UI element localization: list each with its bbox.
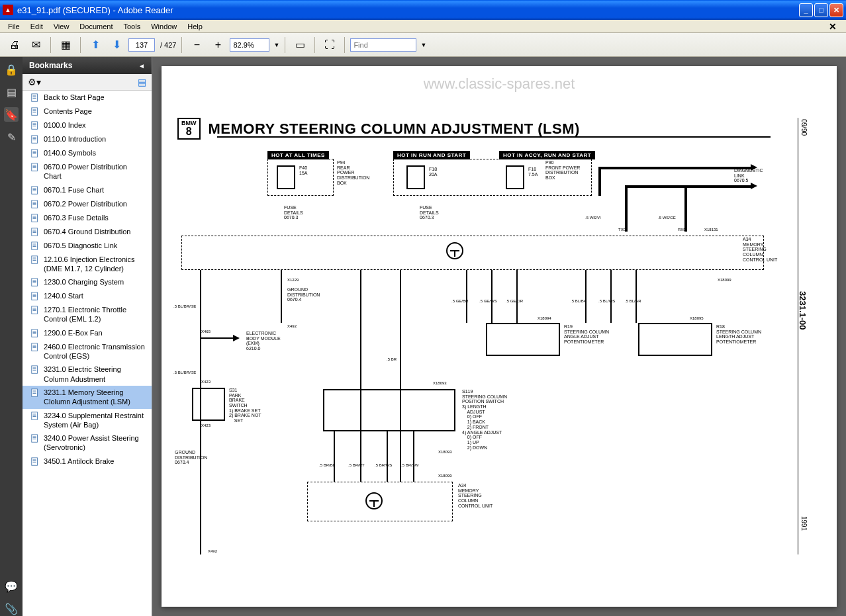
page-icon bbox=[30, 388, 40, 398]
attachments-icon[interactable]: 📎 bbox=[4, 601, 19, 616]
bookmark-item[interactable]: 3450.1 Antilock Brake bbox=[23, 455, 152, 468]
page-icon bbox=[30, 242, 40, 251]
fit-page-icon[interactable]: ⛶ bbox=[320, 36, 339, 54]
bookmark-item[interactable]: 1230.0 Charging System bbox=[23, 275, 152, 289]
find-dropdown-icon[interactable]: ▼ bbox=[420, 42, 426, 48]
wire bbox=[625, 185, 628, 232]
svg-rect-51 bbox=[33, 283, 36, 283]
side-date: 09/90 bbox=[800, 119, 808, 136]
bookmark-item[interactable]: 0100.0 Index bbox=[23, 118, 152, 132]
pages-icon[interactable]: ▤ bbox=[4, 85, 19, 99]
menu-file[interactable]: File bbox=[3, 21, 25, 32]
svg-rect-33 bbox=[33, 216, 36, 216]
page-icon bbox=[30, 200, 40, 209]
bookmark-add-icon[interactable]: ▤ bbox=[138, 77, 146, 87]
zoom-dropdown-icon[interactable]: ▼ bbox=[273, 42, 279, 48]
bookmark-item[interactable]: Back to Start Page bbox=[23, 91, 152, 105]
menu-document[interactable]: Document bbox=[74, 21, 118, 32]
x465-label: X465 bbox=[201, 330, 211, 334]
bookmarks-collapse-icon[interactable]: ◄ bbox=[138, 62, 145, 69]
fit-width-icon[interactable]: ▭ bbox=[291, 36, 309, 54]
bookmarks-title: Bookmarks bbox=[29, 61, 72, 70]
svg-rect-28 bbox=[32, 200, 38, 207]
bookmark-item[interactable]: 0140.0 Symbols bbox=[23, 146, 152, 160]
lock-icon[interactable]: 🔒 bbox=[4, 62, 19, 77]
bookmark-item[interactable]: 0670.2 Power Distribution bbox=[23, 197, 152, 211]
menu-help[interactable]: Help bbox=[182, 21, 208, 32]
close-button[interactable]: ✕ bbox=[829, 3, 843, 17]
svg-rect-56 bbox=[32, 306, 38, 314]
page-icon bbox=[30, 135, 40, 144]
bookmark-item[interactable]: 0670.4 Ground Distribution bbox=[23, 225, 152, 239]
bookmark-label: 3240.0 Power Assist Steering (Servotroni… bbox=[44, 433, 146, 453]
svg-rect-84 bbox=[32, 458, 38, 465]
zoom-input[interactable] bbox=[230, 38, 269, 52]
steering-wheel-icon bbox=[446, 242, 463, 259]
bookmark-item[interactable]: 0670.3 Fuse Details bbox=[23, 211, 152, 225]
menu-view[interactable]: View bbox=[48, 21, 75, 32]
next-page-icon[interactable]: ⬇ bbox=[107, 36, 126, 54]
svg-rect-10 bbox=[33, 124, 36, 125]
bookmarks-panel: Bookmarks ◄ ⚙▾ ▤ Back to Start PageConte… bbox=[23, 57, 152, 616]
page-input[interactable] bbox=[128, 38, 155, 52]
page-icon bbox=[30, 214, 40, 223]
bookmark-item[interactable]: 3231.0 Electric Steering Column Adustmen… bbox=[23, 363, 152, 386]
zoom-in-icon[interactable]: + bbox=[209, 36, 227, 54]
svg-rect-79 bbox=[33, 416, 36, 417]
menu-edit[interactable]: Edit bbox=[25, 21, 48, 32]
bookmark-item[interactable]: 0110.0 Introduction bbox=[23, 132, 152, 146]
zoom-out-icon[interactable]: − bbox=[187, 36, 206, 54]
bookmarks-list[interactable]: Back to Start PageContents Page0100.0 In… bbox=[23, 91, 152, 616]
svg-rect-75 bbox=[33, 393, 36, 394]
close-doc-button[interactable]: ✕ bbox=[823, 20, 842, 33]
gear-icon[interactable]: ⚙▾ bbox=[28, 77, 41, 87]
comments-icon[interactable]: 💬 bbox=[4, 579, 19, 594]
prev-page-icon[interactable]: ⬆ bbox=[86, 36, 105, 54]
bookmark-item[interactable]: 1240.0 Start bbox=[23, 289, 152, 303]
bookmark-item[interactable]: 3231.1 Memory Steering Clolumn Adjustmen… bbox=[23, 386, 152, 409]
wire-brsw: .5 BR/SW bbox=[401, 463, 418, 468]
s119-label: S119 STEERING COLUMN POSITION SWITCH 3) … bbox=[462, 389, 507, 450]
page-icon bbox=[30, 163, 40, 172]
signatures-icon[interactable]: ✎ bbox=[4, 130, 19, 144]
bookmark-item[interactable]: 0670.0 Power Distribution Chart bbox=[23, 160, 152, 183]
svg-rect-8 bbox=[32, 122, 38, 129]
svg-rect-1 bbox=[33, 96, 36, 97]
svg-rect-17 bbox=[33, 152, 36, 152]
menu-window[interactable]: Window bbox=[146, 21, 182, 32]
bookmarks-icon[interactable]: 🔖 bbox=[4, 107, 19, 122]
wire bbox=[387, 431, 388, 482]
bookmark-label: 3450.1 Antilock Brake bbox=[44, 457, 146, 466]
svg-rect-52 bbox=[32, 292, 38, 300]
left-sidebar: 🔒 ▤ 🔖 ✎ 💬 📎 bbox=[0, 57, 23, 616]
find-input[interactable] bbox=[350, 38, 416, 52]
page-thumbs-icon[interactable]: ▦ bbox=[56, 36, 75, 54]
bookmark-item[interactable]: 1290.0 E-Box Fan bbox=[23, 326, 152, 340]
wire-blws: .5 BL/WS bbox=[598, 299, 615, 304]
maximize-button[interactable]: □ bbox=[814, 3, 828, 17]
svg-rect-47 bbox=[33, 260, 36, 261]
p94-label: P94 REAR POWER DISTRIBUTION BOX bbox=[337, 160, 369, 185]
bookmark-item[interactable]: 12.10.6 Injection Electronics (DME M1.7,… bbox=[23, 253, 152, 276]
svg-rect-83 bbox=[33, 439, 36, 439]
svg-rect-73 bbox=[33, 390, 36, 391]
menu-tools[interactable]: Tools bbox=[118, 21, 146, 32]
bookmark-item[interactable]: 1270.1 Electronic Throttle Control (EML … bbox=[23, 303, 152, 326]
bookmark-item[interactable]: 0670.1 Fuse Chart bbox=[23, 183, 152, 197]
document-area[interactable]: www.classic-spares.net BMW 8 MEMORY STEE… bbox=[152, 57, 846, 616]
page-icon bbox=[30, 329, 40, 338]
bookmark-item[interactable]: 3240.0 Power Assist Steering (Servotroni… bbox=[23, 431, 152, 455]
email-icon[interactable]: ✉ bbox=[26, 36, 45, 54]
minimize-button[interactable]: _ bbox=[799, 3, 813, 17]
svg-rect-58 bbox=[33, 309, 36, 310]
page-icon bbox=[30, 343, 40, 352]
bookmark-item[interactable]: 2460.0 Electronic Transmission Control (… bbox=[23, 340, 152, 363]
page-icon bbox=[30, 228, 40, 237]
bookmark-item[interactable]: 3234.0 Supplemental Restraint System (Ai… bbox=[23, 409, 152, 432]
print-icon[interactable]: 🖨 bbox=[5, 36, 24, 54]
bookmark-item[interactable]: 0670.5 Diagnostic Link bbox=[23, 239, 152, 253]
bookmark-item[interactable]: Contents Page bbox=[23, 105, 152, 118]
s119-box bbox=[323, 389, 455, 431]
fuse-f40 bbox=[277, 165, 295, 189]
svg-rect-6 bbox=[33, 110, 36, 111]
